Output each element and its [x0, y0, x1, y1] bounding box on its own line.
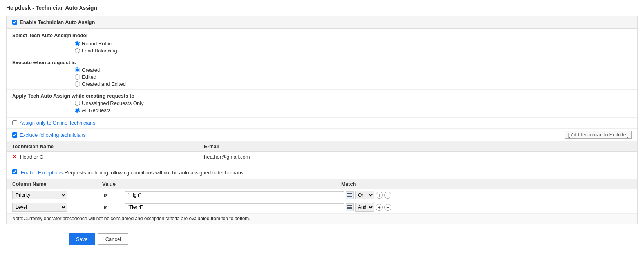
apply-unassigned-label: Unassigned Requests Only [82, 100, 144, 106]
apply-all-label: All Requests [82, 107, 110, 113]
apply-all-row: All Requests [75, 107, 632, 113]
exc-match-select-1[interactable]: Or And [355, 191, 374, 199]
apply-all-radio[interactable] [75, 108, 80, 113]
model-section-label: Select Tech Auto Assign model [12, 33, 632, 38]
apply-unassigned-row: Unassigned Requests Only [75, 100, 632, 106]
exceptions-table-header: Column Name Value Match [7, 179, 637, 189]
execute-edited-label: Edited [82, 74, 96, 80]
footer-buttons: Save Cancel [6, 228, 638, 245]
exc-value-cell-2 [125, 203, 344, 211]
apply-radio-group: Unassigned Requests Only All Requests [75, 100, 632, 113]
enable-auto-assign-row: Enable Technician Auto Assign [7, 16, 637, 29]
exclude-technicians-link[interactable]: Exclude following technicians [20, 132, 86, 138]
exc-col-match: Match [341, 181, 632, 187]
svg-rect-2 [347, 196, 352, 197]
enable-auto-assign-checkbox[interactable] [12, 20, 17, 25]
model-load-balancing-radio[interactable] [75, 48, 80, 53]
delete-technician-button[interactable]: ✕ [12, 154, 17, 160]
spacer [7, 162, 637, 166]
model-load-balancing-row: Load Balancing [75, 48, 632, 54]
exclude-table-row: ✕ Heather G heather@gmail.com [7, 152, 637, 162]
execute-edited-row: Edited [75, 74, 632, 80]
exc-remove-row-button-2[interactable]: − [384, 204, 391, 211]
add-technician-to-exclude-button[interactable]: [ Add Technician to Exclude ] [565, 131, 632, 139]
assign-online-checkbox[interactable] [12, 120, 17, 125]
exclude-technicians-header-row: Exclude following technicians [ Add Tech… [7, 128, 637, 141]
exc-col-value-label: Value [102, 181, 122, 187]
exc-column-select-1[interactable]: Priority Level Status [12, 191, 67, 199]
exc-match-cell-2: Or And + − [346, 203, 632, 212]
exc-col-value [122, 181, 341, 187]
enable-exceptions-checkbox[interactable] [12, 169, 17, 174]
execute-created-edited-label: Created and Edited [82, 81, 126, 87]
exclude-col-email: E-mail [204, 143, 632, 149]
exc-match-select-2[interactable]: Or And [355, 203, 374, 212]
svg-rect-5 [347, 208, 352, 209]
model-section: Select Tech Auto Assign model Round Robi… [7, 29, 637, 56]
enable-auto-assign-label: Enable Technician Auto Assign [20, 19, 95, 25]
execute-section: Execute when a request is Created Edited… [7, 56, 637, 90]
execute-created-label: Created [82, 67, 100, 73]
exc-col-select-cell-2: Priority Level Status [12, 203, 102, 212]
exceptions-description: -Requests matching following conditions … [63, 170, 245, 176]
tech-name: Heather G [20, 154, 43, 160]
svg-rect-1 [347, 195, 352, 195]
exc-remove-row-button-1[interactable]: − [384, 192, 391, 199]
execute-radio-group: Created Edited Created and Edited [75, 67, 632, 87]
svg-rect-4 [347, 207, 352, 208]
execute-created-row: Created [75, 67, 632, 73]
exc-value-cell-1 [125, 191, 344, 199]
execute-edited-radio[interactable] [75, 74, 80, 80]
exc-value-input-2[interactable] [125, 203, 344, 211]
assign-online-row: Assign only to Online Technicians [7, 118, 637, 128]
save-button[interactable]: Save [69, 233, 95, 245]
exclude-technicians-checkbox[interactable] [12, 132, 17, 138]
exc-value-input-1[interactable] [125, 191, 344, 199]
execute-created-edited-row: Created and Edited [75, 81, 632, 87]
exc-match-icon-2[interactable] [346, 203, 354, 211]
apply-unassigned-radio[interactable] [75, 101, 80, 106]
enable-exceptions-link[interactable]: Enable Exceptions [21, 170, 63, 176]
execute-section-label: Execute when a request is [12, 60, 632, 65]
exceptions-table-row-2: Priority Level Status is Or And + − [7, 201, 637, 214]
assign-online-link[interactable]: Assign only to Online Technicians [20, 120, 95, 126]
main-section: Enable Technician Auto Assign Select Tec… [6, 16, 638, 224]
exc-is-label-2: is [104, 205, 123, 210]
apply-section: Apply Tech Auto Assign while creating re… [7, 90, 637, 118]
exc-add-row-button-1[interactable]: + [376, 192, 383, 199]
execute-created-edited-radio[interactable] [75, 81, 80, 87]
model-load-balancing-label: Load Balancing [82, 48, 117, 54]
exc-match-icon-1[interactable] [346, 191, 354, 199]
model-radio-group: Round Robin Load Balancing [75, 41, 632, 54]
exceptions-note: Note:Currently operator precedence will … [7, 214, 637, 224]
exc-add-row-button-2[interactable]: + [376, 204, 383, 211]
apply-section-label: Apply Tech Auto Assign while creating re… [12, 93, 632, 99]
svg-rect-0 [347, 193, 352, 194]
exc-column-select-2[interactable]: Priority Level Status [12, 203, 67, 212]
exclude-table-header: Technician Name E-mail [7, 141, 637, 152]
tech-email: heather@gmail.com [204, 154, 632, 160]
execute-created-radio[interactable] [75, 67, 80, 72]
page-title: Helpdesk - Technician Auto Assign [6, 5, 638, 11]
model-round-robin-row: Round Robin [75, 41, 632, 47]
exc-col-column-name: Column Name [12, 181, 102, 187]
exclude-col-name: Technician Name [12, 143, 204, 149]
model-round-robin-label: Round Robin [82, 41, 112, 47]
cancel-button[interactable]: Cancel [98, 233, 128, 245]
exc-col-select-cell-1: Priority Level Status [12, 191, 102, 199]
svg-rect-3 [347, 205, 352, 206]
exc-is-label-1: is [104, 192, 123, 198]
exceptions-row: Enable Exceptions-Requests matching foll… [7, 166, 637, 179]
tech-cell: ✕ Heather G [12, 154, 204, 160]
exc-match-cell-1: Or And + − [346, 191, 632, 199]
exceptions-table-row-1: Priority Level Status is Or And + − [7, 189, 637, 201]
model-round-robin-radio[interactable] [75, 41, 80, 46]
